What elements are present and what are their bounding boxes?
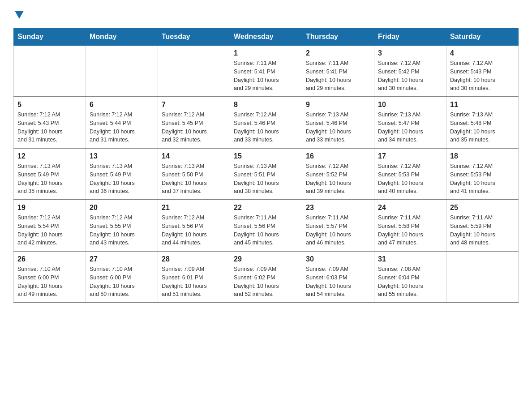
day-number: 14: [162, 152, 226, 160]
day-number: 23: [306, 204, 370, 212]
day-info: Sunrise: 7:13 AM Sunset: 5:49 PM Dayligh…: [17, 162, 82, 196]
calendar-cell: 16Sunrise: 7:12 AM Sunset: 5:52 PM Dayli…: [302, 148, 374, 200]
day-of-week-header: Monday: [86, 28, 158, 46]
calendar-week-row: 19Sunrise: 7:12 AM Sunset: 5:54 PM Dayli…: [14, 200, 519, 251]
calendar-cell: 31Sunrise: 7:08 AM Sunset: 6:04 PM Dayli…: [374, 251, 446, 303]
day-number: 4: [450, 49, 515, 57]
calendar-cell: 30Sunrise: 7:09 AM Sunset: 6:03 PM Dayli…: [302, 251, 374, 303]
day-info: Sunrise: 7:12 AM Sunset: 5:56 PM Dayligh…: [162, 214, 226, 247]
calendar-cell: 6Sunrise: 7:12 AM Sunset: 5:44 PM Daylig…: [86, 97, 158, 148]
day-info: Sunrise: 7:11 AM Sunset: 5:41 PM Dayligh…: [234, 59, 298, 93]
day-number: 28: [162, 255, 226, 263]
day-info: Sunrise: 7:08 AM Sunset: 6:04 PM Dayligh…: [378, 265, 442, 299]
calendar-cell: 14Sunrise: 7:13 AM Sunset: 5:50 PM Dayli…: [158, 148, 230, 200]
calendar-cell: 27Sunrise: 7:10 AM Sunset: 6:00 PM Dayli…: [86, 251, 158, 303]
calendar-cell: 8Sunrise: 7:12 AM Sunset: 5:46 PM Daylig…: [230, 97, 302, 148]
day-number: 26: [17, 255, 82, 263]
day-info: Sunrise: 7:11 AM Sunset: 5:41 PM Dayligh…: [306, 59, 370, 93]
day-number: 16: [306, 152, 370, 160]
day-number: 9: [306, 101, 370, 109]
calendar-week-row: 26Sunrise: 7:10 AM Sunset: 6:00 PM Dayli…: [14, 251, 519, 303]
calendar-cell: 26Sunrise: 7:10 AM Sunset: 6:00 PM Dayli…: [14, 251, 86, 303]
calendar-cell: 2Sunrise: 7:11 AM Sunset: 5:41 PM Daylig…: [302, 46, 374, 97]
calendar-cell: 11Sunrise: 7:13 AM Sunset: 5:48 PM Dayli…: [446, 97, 519, 148]
calendar-cell: 13Sunrise: 7:13 AM Sunset: 5:49 PM Dayli…: [86, 148, 158, 200]
day-info: Sunrise: 7:12 AM Sunset: 5:42 PM Dayligh…: [378, 59, 442, 93]
logo-arrow-icon: [15, 11, 24, 19]
day-info: Sunrise: 7:11 AM Sunset: 5:56 PM Dayligh…: [234, 214, 298, 247]
calendar-cell: 29Sunrise: 7:09 AM Sunset: 6:02 PM Dayli…: [230, 251, 302, 303]
day-number: 1: [234, 49, 298, 57]
day-number: 7: [162, 101, 226, 109]
calendar-cell: 22Sunrise: 7:11 AM Sunset: 5:56 PM Dayli…: [230, 200, 302, 251]
day-info: Sunrise: 7:09 AM Sunset: 6:03 PM Dayligh…: [306, 265, 370, 299]
day-info: Sunrise: 7:11 AM Sunset: 5:59 PM Dayligh…: [450, 214, 515, 247]
calendar-cell: 3Sunrise: 7:12 AM Sunset: 5:42 PM Daylig…: [374, 46, 446, 97]
day-number: 5: [17, 101, 82, 109]
page-header: [13, 9, 519, 19]
day-number: 3: [378, 49, 442, 57]
day-info: Sunrise: 7:12 AM Sunset: 5:46 PM Dayligh…: [234, 111, 298, 144]
calendar-cell: [14, 46, 86, 97]
calendar-cell: [158, 46, 230, 97]
calendar-cell: 4Sunrise: 7:12 AM Sunset: 5:43 PM Daylig…: [446, 46, 519, 97]
day-number: 13: [90, 152, 154, 160]
day-of-week-header: Saturday: [446, 28, 519, 46]
day-number: 27: [90, 255, 154, 263]
day-number: 2: [306, 49, 370, 57]
day-info: Sunrise: 7:11 AM Sunset: 5:58 PM Dayligh…: [378, 214, 442, 247]
calendar-cell: 23Sunrise: 7:11 AM Sunset: 5:57 PM Dayli…: [302, 200, 374, 251]
logo: [13, 9, 24, 19]
calendar-cell: 28Sunrise: 7:09 AM Sunset: 6:01 PM Dayli…: [158, 251, 230, 303]
day-number: 18: [450, 152, 515, 160]
day-info: Sunrise: 7:13 AM Sunset: 5:50 PM Dayligh…: [162, 162, 226, 196]
calendar-cell: 17Sunrise: 7:12 AM Sunset: 5:53 PM Dayli…: [374, 148, 446, 200]
day-number: 30: [306, 255, 370, 263]
calendar-table: SundayMondayTuesdayWednesdayThursdayFrid…: [13, 28, 519, 303]
calendar-cell: 15Sunrise: 7:13 AM Sunset: 5:51 PM Dayli…: [230, 148, 302, 200]
day-info: Sunrise: 7:10 AM Sunset: 6:00 PM Dayligh…: [90, 265, 154, 299]
day-info: Sunrise: 7:13 AM Sunset: 5:51 PM Dayligh…: [234, 162, 298, 196]
day-info: Sunrise: 7:12 AM Sunset: 5:54 PM Dayligh…: [17, 214, 82, 247]
calendar-cell: [86, 46, 158, 97]
calendar-cell: 10Sunrise: 7:13 AM Sunset: 5:47 PM Dayli…: [374, 97, 446, 148]
calendar-week-row: 1Sunrise: 7:11 AM Sunset: 5:41 PM Daylig…: [14, 46, 519, 97]
day-info: Sunrise: 7:12 AM Sunset: 5:53 PM Dayligh…: [378, 162, 442, 196]
calendar-cell: 19Sunrise: 7:12 AM Sunset: 5:54 PM Dayli…: [14, 200, 86, 251]
day-number: 15: [234, 152, 298, 160]
calendar-cell: 21Sunrise: 7:12 AM Sunset: 5:56 PM Dayli…: [158, 200, 230, 251]
calendar-cell: 20Sunrise: 7:12 AM Sunset: 5:55 PM Dayli…: [86, 200, 158, 251]
day-info: Sunrise: 7:13 AM Sunset: 5:48 PM Dayligh…: [450, 111, 515, 144]
calendar-cell: 18Sunrise: 7:12 AM Sunset: 5:53 PM Dayli…: [446, 148, 519, 200]
day-number: 21: [162, 204, 226, 212]
day-info: Sunrise: 7:09 AM Sunset: 6:01 PM Dayligh…: [162, 265, 226, 299]
day-info: Sunrise: 7:12 AM Sunset: 5:55 PM Dayligh…: [90, 214, 154, 247]
day-number: 29: [234, 255, 298, 263]
day-of-week-header: Friday: [374, 28, 446, 46]
day-number: 12: [17, 152, 82, 160]
day-number: 17: [378, 152, 442, 160]
day-of-week-header: Wednesday: [230, 28, 302, 46]
calendar-cell: [446, 251, 519, 303]
day-of-week-header: Sunday: [14, 28, 86, 46]
day-number: 10: [378, 101, 442, 109]
day-info: Sunrise: 7:12 AM Sunset: 5:43 PM Dayligh…: [450, 59, 515, 93]
calendar-cell: 25Sunrise: 7:11 AM Sunset: 5:59 PM Dayli…: [446, 200, 519, 251]
day-number: 24: [378, 204, 442, 212]
day-info: Sunrise: 7:13 AM Sunset: 5:47 PM Dayligh…: [378, 111, 442, 144]
day-number: 6: [90, 101, 154, 109]
calendar-week-row: 12Sunrise: 7:13 AM Sunset: 5:49 PM Dayli…: [14, 148, 519, 200]
calendar-cell: 24Sunrise: 7:11 AM Sunset: 5:58 PM Dayli…: [374, 200, 446, 251]
day-info: Sunrise: 7:11 AM Sunset: 5:57 PM Dayligh…: [306, 214, 370, 247]
calendar-cell: 5Sunrise: 7:12 AM Sunset: 5:43 PM Daylig…: [14, 97, 86, 148]
day-info: Sunrise: 7:13 AM Sunset: 5:46 PM Dayligh…: [306, 111, 370, 144]
day-number: 19: [17, 204, 82, 212]
day-info: Sunrise: 7:12 AM Sunset: 5:43 PM Dayligh…: [17, 111, 82, 144]
day-number: 31: [378, 255, 442, 263]
day-of-week-header: Tuesday: [158, 28, 230, 46]
day-of-week-header: Thursday: [302, 28, 374, 46]
calendar-cell: 9Sunrise: 7:13 AM Sunset: 5:46 PM Daylig…: [302, 97, 374, 148]
day-info: Sunrise: 7:12 AM Sunset: 5:45 PM Dayligh…: [162, 111, 226, 144]
day-number: 11: [450, 101, 515, 109]
day-info: Sunrise: 7:12 AM Sunset: 5:52 PM Dayligh…: [306, 162, 370, 196]
